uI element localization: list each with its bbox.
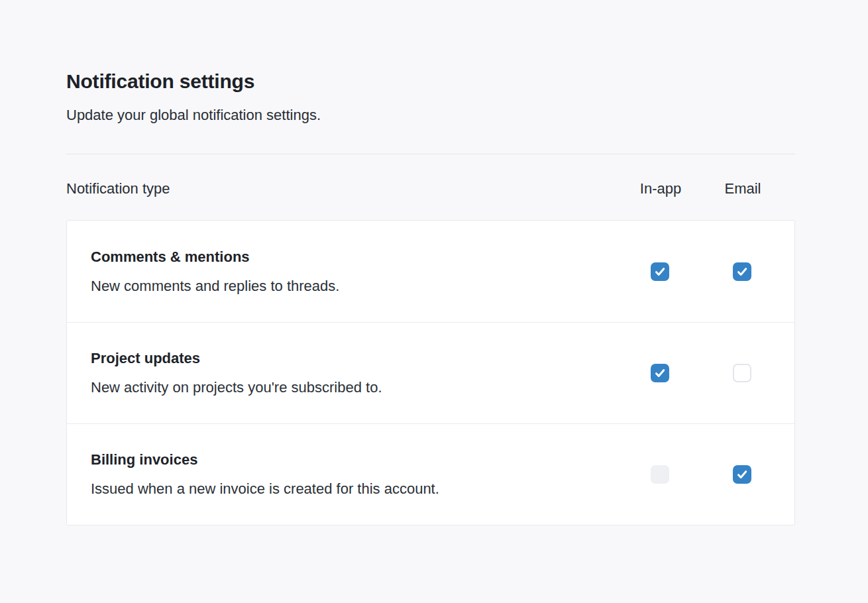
notification-settings-page: Notification settings Update your global… xyxy=(66,0,795,525)
row-text: Comments & mentions New comments and rep… xyxy=(67,247,624,296)
table-header-row: Notification type In-app Email xyxy=(66,180,795,198)
row-text: Project updates New activity on projects… xyxy=(67,349,624,398)
inapp-cell xyxy=(624,262,696,281)
checkbox-comments-email[interactable] xyxy=(733,262,751,281)
row-description: New activity on projects you're subscrib… xyxy=(91,378,610,398)
page-subtitle: Update your global notification settings… xyxy=(66,105,795,126)
checkbox-projects-inapp[interactable] xyxy=(651,364,669,382)
row-toggles xyxy=(624,364,794,382)
row-project-updates: Project updates New activity on projects… xyxy=(67,322,794,423)
checkbox-comments-inapp[interactable] xyxy=(651,262,669,281)
check-icon xyxy=(735,265,749,278)
checkbox-billing-inapp xyxy=(651,465,669,484)
check-icon xyxy=(735,468,749,481)
inapp-column-header: In-app xyxy=(624,180,697,198)
row-toggles xyxy=(624,262,794,281)
row-toggles xyxy=(624,465,794,484)
row-description: New comments and replies to threads. xyxy=(91,276,610,296)
notification-settings-card: Comments & mentions New comments and rep… xyxy=(66,220,795,525)
section-divider xyxy=(66,154,795,154)
toggle-column-headers: In-app Email xyxy=(624,180,795,198)
row-title: Comments & mentions xyxy=(91,247,610,267)
row-comments-mentions: Comments & mentions New comments and rep… xyxy=(67,221,794,322)
checkbox-billing-email[interactable] xyxy=(733,465,751,484)
row-billing-invoices: Billing invoices Issued when a new invoi… xyxy=(67,423,794,525)
row-title: Project updates xyxy=(91,349,610,368)
inapp-cell xyxy=(624,465,696,484)
check-icon xyxy=(653,265,667,278)
inapp-cell xyxy=(624,364,696,382)
email-cell xyxy=(706,465,779,484)
email-column-header: Email xyxy=(706,180,779,198)
checkbox-projects-email[interactable] xyxy=(733,364,751,382)
email-cell xyxy=(706,364,779,382)
check-icon xyxy=(653,366,667,380)
row-title: Billing invoices xyxy=(91,450,610,470)
row-description: Issued when a new invoice is created for… xyxy=(91,479,610,499)
row-text: Billing invoices Issued when a new invoi… xyxy=(67,450,624,499)
email-cell xyxy=(706,262,779,281)
page-title: Notification settings xyxy=(66,69,795,94)
notification-type-column-header: Notification type xyxy=(66,180,170,198)
